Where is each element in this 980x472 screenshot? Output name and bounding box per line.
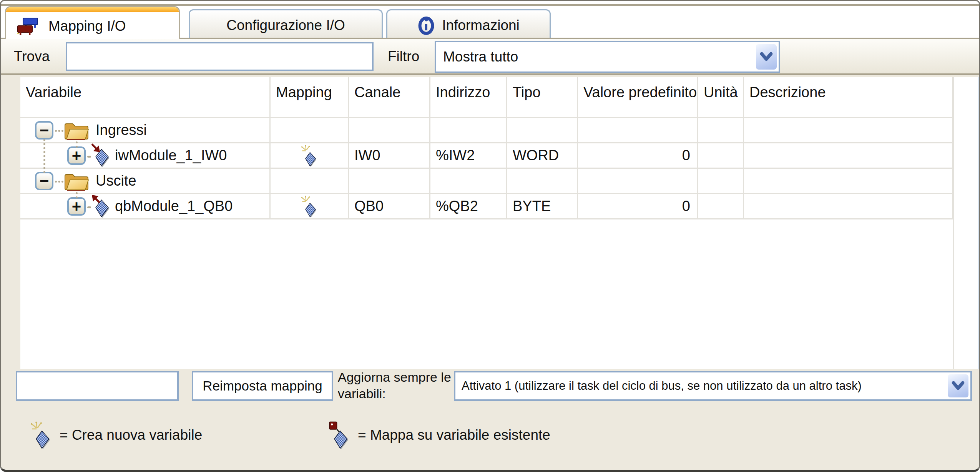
valore-predefinito-cell: 0 bbox=[578, 194, 698, 219]
reset-mapping-button[interactable]: Reimposta mapping bbox=[192, 371, 333, 401]
expand-button[interactable]: + bbox=[67, 197, 86, 216]
column-header-valore-predefinito: Valore predefinito bbox=[578, 77, 698, 118]
variable-label: qbModule_1_QB0 bbox=[115, 198, 233, 214]
filter-label: Filtro bbox=[388, 39, 419, 73]
tab-label: Mapping I/O bbox=[48, 18, 126, 34]
tipo-cell: BYTE bbox=[507, 194, 578, 219]
tab-label: Configurazione I/O bbox=[226, 17, 345, 33]
update-variables-label: Aggiorna sempre le variabili: bbox=[338, 369, 453, 402]
input-variable-icon bbox=[91, 143, 110, 168]
active-tab-accent bbox=[6, 7, 179, 13]
tree-connector bbox=[76, 192, 78, 198]
tree-row-qbmodule[interactable]: + qbModule_1_QB0 bbox=[20, 194, 271, 219]
filter-dropdown-value: Mostra tutto bbox=[436, 49, 754, 65]
tree-connector bbox=[87, 206, 91, 208]
column-header-unita: Unità bbox=[698, 77, 744, 118]
create-new-variable-icon bbox=[301, 145, 318, 167]
output-variable-icon bbox=[91, 194, 110, 219]
tab-mapping-io[interactable]: Mapping I/O bbox=[5, 6, 180, 39]
folder-icon bbox=[63, 120, 89, 141]
map-existing-variable-icon bbox=[329, 421, 350, 449]
column-header-mapping: Mapping bbox=[271, 77, 349, 118]
column-header-tipo: Tipo bbox=[507, 77, 578, 118]
tree-connector bbox=[43, 139, 45, 173]
canale-cell: QB0 bbox=[349, 194, 430, 219]
mapping-tab-icon bbox=[17, 17, 39, 35]
tree-connector bbox=[87, 156, 91, 158]
group-label: Ingressi bbox=[96, 122, 147, 138]
tab-informazioni[interactable]: Informazioni bbox=[386, 9, 551, 40]
create-new-variable-icon bbox=[30, 421, 52, 449]
chevron-down-icon[interactable] bbox=[947, 374, 969, 398]
expand-button[interactable]: + bbox=[67, 146, 86, 165]
io-mapping-table: Variabile Mapping Canale Indirizzo Tipo … bbox=[20, 77, 979, 369]
info-icon bbox=[417, 16, 435, 35]
find-filter-toolbar: Trova Filtro Mostra tutto bbox=[1, 38, 979, 75]
unita-cell bbox=[698, 194, 744, 219]
mapping-cell[interactable] bbox=[271, 194, 349, 219]
descrizione-cell bbox=[744, 194, 953, 219]
unita-cell bbox=[698, 143, 744, 169]
update-variables-value: Attivato 1 (utilizzare il task del ciclo… bbox=[455, 379, 946, 393]
collapse-button[interactable]: − bbox=[35, 172, 53, 190]
tree-connector bbox=[55, 130, 63, 132]
descrizione-cell bbox=[744, 143, 953, 169]
tipo-cell: WORD bbox=[507, 143, 578, 169]
canale-cell: IW0 bbox=[349, 143, 430, 169]
io-mapping-panel: Mapping I/O Configurazione I/O Informazi… bbox=[0, 0, 980, 472]
mapping-cell[interactable] bbox=[271, 143, 349, 169]
tab-configurazione-io[interactable]: Configurazione I/O bbox=[189, 9, 383, 40]
column-header-canale: Canale bbox=[349, 77, 430, 118]
chevron-down-icon[interactable] bbox=[756, 44, 777, 70]
legend-create-new: = Crea nuova variabile bbox=[30, 421, 202, 449]
scrollbar-gutter bbox=[953, 77, 978, 118]
column-header-variabile: Variabile bbox=[20, 77, 271, 118]
table-gutter-line bbox=[953, 77, 954, 369]
collapse-button[interactable]: − bbox=[35, 121, 53, 140]
find-input[interactable] bbox=[66, 42, 374, 71]
indirizzo-cell: %QB2 bbox=[430, 194, 507, 219]
update-variables-dropdown[interactable]: Attivato 1 (utilizzare il task del ciclo… bbox=[454, 371, 972, 401]
indirizzo-cell: %IW2 bbox=[430, 143, 507, 169]
column-header-descrizione: Descrizione bbox=[744, 77, 953, 118]
legend-map-existing: = Mappa su variabile esistente bbox=[329, 421, 550, 449]
legend-text: = Crea nuova variabile bbox=[60, 427, 202, 443]
create-new-variable-icon bbox=[301, 195, 318, 218]
tab-label: Informazioni bbox=[442, 17, 520, 33]
folder-icon bbox=[63, 171, 89, 191]
filter-dropdown[interactable]: Mostra tutto bbox=[435, 41, 780, 73]
footer-empty-field[interactable] bbox=[16, 371, 179, 401]
variable-label: iwModule_1_IW0 bbox=[115, 147, 227, 164]
valore-predefinito-cell: 0 bbox=[578, 143, 698, 169]
find-label: Trova bbox=[14, 39, 50, 73]
column-header-indirizzo: Indirizzo bbox=[430, 77, 507, 118]
tree-connector bbox=[55, 181, 63, 183]
tree-row-iwmodule[interactable]: + iwModule_1_IW0 bbox=[20, 143, 271, 169]
tree-connector bbox=[76, 141, 78, 148]
group-label: Uscite bbox=[96, 173, 136, 189]
legend-text: = Mappa su variabile esistente bbox=[358, 427, 550, 443]
